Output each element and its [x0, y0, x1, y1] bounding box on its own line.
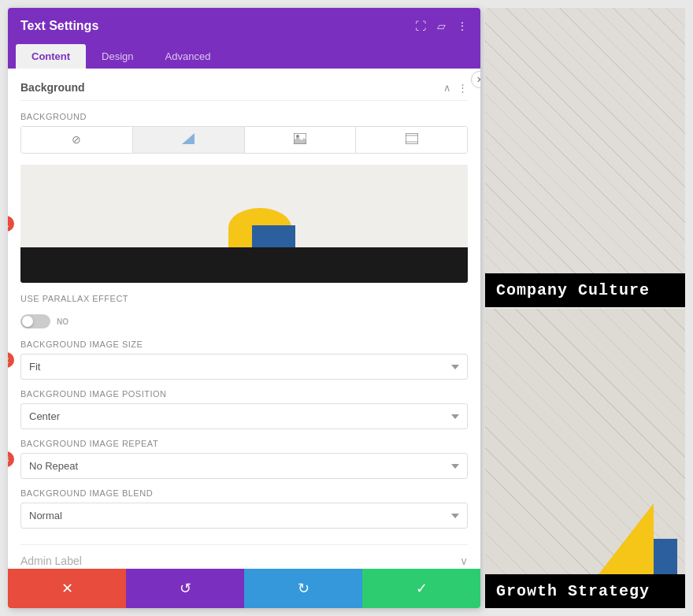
- background-section-title: Background: [20, 81, 85, 94]
- admin-label-text: Admin Label: [20, 555, 82, 567]
- bg-position-group: Background Image Position Center Top Lef…: [20, 389, 468, 429]
- bg-size-label: Background Image Size: [20, 340, 468, 349]
- redo-button[interactable]: ↻: [244, 569, 362, 608]
- bg-blend-select[interactable]: Normal Multiply Screen Overlay Darken Li…: [20, 503, 468, 529]
- image-preview[interactable]: [20, 165, 468, 283]
- background-field-label: Background: [20, 112, 468, 121]
- panel-content: Background ∧ ⋮ Background ⊘ 1: [8, 69, 480, 569]
- growth-strategy-label: Growth Strategy: [485, 574, 685, 608]
- shape-yellow-bottom: [598, 503, 654, 574]
- preview-dark-bar: [20, 247, 468, 283]
- tab-content[interactable]: Content: [16, 44, 86, 69]
- parallax-row: Use Parallax Effect: [20, 294, 468, 303]
- badge-1: 1: [8, 216, 14, 232]
- bg-type-buttons: ⊘: [20, 126, 468, 154]
- header-icons: ⛶ ▱ ⋮: [415, 20, 468, 32]
- bg-position-label: Background Image Position: [20, 389, 468, 399]
- undo-icon: ↺: [180, 580, 191, 597]
- options-icon[interactable]: ⋮: [458, 82, 468, 94]
- settings-panel: Text Settings ⛶ ▱ ⋮ Content Design Advan…: [8, 8, 480, 608]
- undo-button[interactable]: ↺: [126, 569, 244, 608]
- preview-shape-blue: [252, 225, 295, 247]
- more-icon[interactable]: ⋮: [457, 20, 468, 32]
- preview-area: Company Culture Growth Strategy: [480, 0, 693, 616]
- tab-design[interactable]: Design: [86, 44, 149, 69]
- toggle-knob: [22, 316, 33, 327]
- bg-type-none[interactable]: ⊘: [21, 127, 133, 153]
- fullscreen-icon[interactable]: ⛶: [415, 20, 426, 32]
- bg-repeat-label: Background Image Repeat: [20, 439, 468, 448]
- bg-blend-group: Background Image Blend Normal Multiply S…: [20, 488, 468, 529]
- background-section-header: Background ∧ ⋮: [20, 81, 468, 101]
- collapse-icon[interactable]: ∧: [443, 82, 451, 94]
- save-icon: ✓: [416, 580, 428, 597]
- tab-advanced[interactable]: Advanced: [150, 44, 227, 69]
- cancel-button[interactable]: ✕: [8, 569, 126, 608]
- bg-size-select[interactable]: Fit Tile Stretch Actual Size: [20, 354, 468, 380]
- preview-shapes-bottom: [598, 503, 677, 574]
- bg-position-select[interactable]: Center Top Left Top Center Top Right Cen…: [20, 403, 468, 429]
- parallax-value: NO: [57, 317, 69, 326]
- svg-marker-0: [182, 133, 195, 144]
- panel-tabs: Content Design Advanced: [8, 44, 480, 69]
- preview-card-growth-strategy: Growth Strategy: [485, 309, 685, 608]
- admin-label-section[interactable]: Admin Label ∨: [20, 544, 468, 569]
- bg-type-image[interactable]: [245, 127, 357, 153]
- parallax-label: Use Parallax Effect: [20, 294, 128, 303]
- svg-rect-3: [406, 133, 418, 144]
- shape-blue-bottom: [654, 539, 677, 574]
- company-culture-label: Company Culture: [485, 273, 685, 307]
- bg-blend-label: Background Image Blend: [20, 488, 468, 498]
- bg-size-group: 2 Background Image Size Fit Tile Stretch…: [20, 340, 468, 380]
- badge-3: 3: [8, 451, 14, 467]
- panel-title: Text Settings: [20, 19, 98, 33]
- badge-2: 2: [8, 352, 14, 368]
- panel-footer: ✕ ↺ ↻ ✓: [8, 569, 480, 608]
- bg-type-video[interactable]: [356, 127, 467, 153]
- image-preview-group: 1: [20, 165, 468, 283]
- bg-type-gradient[interactable]: [133, 127, 245, 153]
- admin-label-chevron: ∨: [460, 555, 468, 567]
- parallax-toggle[interactable]: [20, 314, 50, 328]
- save-button[interactable]: ✓: [362, 569, 480, 608]
- preview-card-company-culture: Company Culture: [485, 8, 685, 307]
- section-controls: ∧ ⋮: [443, 82, 468, 94]
- cancel-icon: ✕: [61, 580, 73, 597]
- bg-repeat-select[interactable]: No Repeat Repeat Repeat X Repeat Y: [20, 453, 468, 479]
- redo-icon: ↻: [298, 580, 309, 597]
- split-icon[interactable]: ▱: [437, 20, 446, 32]
- panel-header: Text Settings ⛶ ▱ ⋮: [8, 8, 480, 44]
- bg-repeat-group: 3 Background Image Repeat No Repeat Repe…: [20, 439, 468, 479]
